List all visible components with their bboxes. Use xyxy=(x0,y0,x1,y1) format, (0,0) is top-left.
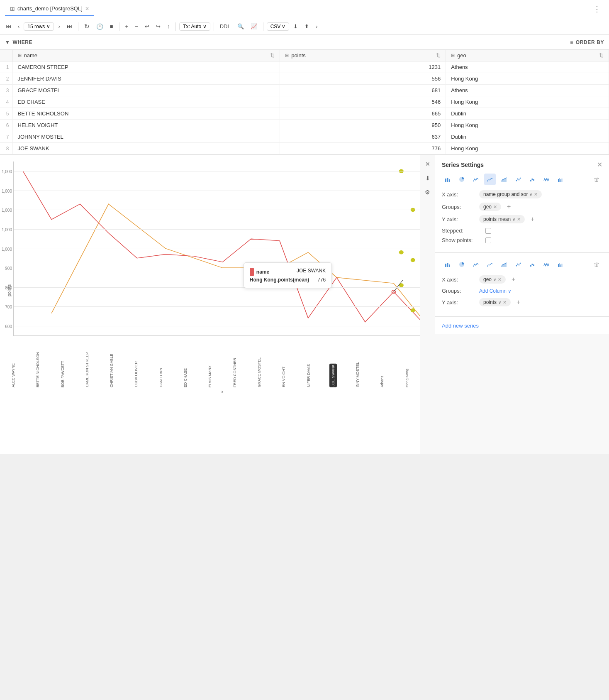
stop-button[interactable]: ■ xyxy=(107,22,116,31)
table-row[interactable]: 1 CAMERON STREEP 1231 Athens xyxy=(0,61,609,73)
series-settings-close-icon[interactable]: ✕ xyxy=(597,161,602,169)
col-header-geo[interactable]: ⊞ geo ⇅ xyxy=(446,50,609,61)
x-axis-caret-1[interactable]: ∨ xyxy=(529,192,532,197)
x-label: CHRISTIAN GABLE xyxy=(110,354,114,387)
undo-alt-button[interactable]: ↪ xyxy=(153,22,163,31)
tab-close-icon[interactable]: ✕ xyxy=(85,6,89,12)
nav-first-button[interactable]: ⏮ xyxy=(3,22,14,31)
grid-label: 600 xyxy=(5,324,12,328)
chart-type-pie-2[interactable] xyxy=(456,259,468,270)
grid-line-h: 1,000 xyxy=(14,249,431,249)
cell-geo: Hong Kong xyxy=(446,143,609,154)
x-axis-remove-2[interactable]: ✕ xyxy=(498,277,502,282)
svg-rect-20 xyxy=(533,179,534,181)
chart-type-bargroup-2[interactable] xyxy=(555,259,566,270)
series-settings-title: Series Settings xyxy=(442,162,484,168)
bottom-area: points name xyxy=(0,155,609,454)
chart-type-scatter2-2[interactable] xyxy=(526,259,538,270)
groups-add-1[interactable]: + xyxy=(507,203,511,210)
title-bar-more[interactable]: ⋮ xyxy=(590,3,604,15)
chart-type-pie[interactable] xyxy=(456,174,468,185)
y-axis-caret-2[interactable]: ∨ xyxy=(498,300,501,305)
chart-type-linecurve[interactable] xyxy=(484,174,496,185)
y-axis-tag-2[interactable]: points ∨ ✕ xyxy=(479,298,511,306)
cell-name: GRACE MOSTEL xyxy=(12,85,280,96)
panel-settings-button[interactable]: ⚙ xyxy=(422,186,434,198)
download-button[interactable]: ⬇ xyxy=(291,22,300,31)
y-axis-remove-1[interactable]: ✕ xyxy=(517,217,521,222)
export-button[interactable]: ⬆ xyxy=(302,22,312,31)
table-row[interactable]: 4 ED CHASE 546 Hong Kong xyxy=(0,96,609,108)
ddl-button[interactable]: DDL xyxy=(217,22,233,31)
chart-type-area-2[interactable] xyxy=(498,259,510,270)
chart-type-scatter2[interactable] xyxy=(526,174,538,185)
title-bar-tabs: ⊞ charts_demo [PostgreSQL] ✕ xyxy=(5,2,94,16)
table-row[interactable]: 2 JENNIFER DAVIS 556 Hong Kong xyxy=(0,73,609,85)
chart-type-bar[interactable] xyxy=(442,174,453,185)
x-label: CAMERON STREEP xyxy=(85,352,89,387)
x-axis-tag-2[interactable]: geo ∨ ✕ xyxy=(479,275,506,284)
chart-type-bargroup[interactable] xyxy=(555,174,566,185)
panel-download-button[interactable]: ⬇ xyxy=(422,172,434,184)
nav-next-button[interactable]: › xyxy=(56,22,62,31)
col-header-points[interactable]: ⊞ points ⇅ xyxy=(280,50,446,61)
add-row-button[interactable]: + xyxy=(123,22,131,31)
cell-name: HELEN VOIGHT xyxy=(12,120,280,131)
chart-button[interactable]: 📈 xyxy=(248,22,260,31)
add-column-button[interactable]: Add Column ∨ xyxy=(479,288,512,294)
stepped-checkbox[interactable] xyxy=(485,228,491,234)
groups-remove-1[interactable]: ✕ xyxy=(493,204,497,210)
y-axis-caret-1[interactable]: ∨ xyxy=(512,217,515,222)
undo-button[interactable]: ↩ xyxy=(142,22,152,31)
x-axis-tag-1[interactable]: name group and sor ∨ ✕ xyxy=(479,190,542,198)
col-header-name[interactable]: ⊞ name ⇅ xyxy=(12,50,280,61)
show-points-checkbox[interactable] xyxy=(485,237,491,243)
add-new-series-button[interactable]: Add new series xyxy=(442,323,479,329)
x-axis-add-2[interactable]: + xyxy=(512,276,515,283)
table-row[interactable]: 3 GRACE MOSTEL 681 Athens xyxy=(0,85,609,96)
chart-type-bar-2[interactable] xyxy=(442,259,453,270)
cell-points: 681 xyxy=(280,85,446,96)
x-axis-caret-2[interactable]: ∨ xyxy=(493,277,496,282)
series-settings-header: Series Settings ✕ xyxy=(442,161,602,169)
remove-row-button[interactable]: − xyxy=(132,22,141,31)
groups-tag-1[interactable]: geo ✕ xyxy=(479,203,501,211)
panel-close-button[interactable]: ✕ xyxy=(422,158,434,170)
delete-series1-button[interactable]: 🗑 xyxy=(591,174,602,185)
upload-button[interactable]: ↑ xyxy=(165,22,173,31)
stepped-label: Stepped: xyxy=(442,228,481,234)
history-button[interactable]: 🕐 xyxy=(94,22,106,32)
x-axis-remove-1[interactable]: ✕ xyxy=(534,192,538,197)
nav-last-button[interactable]: ⏭ xyxy=(64,22,75,31)
tx-button[interactable]: Tx: Auto ∨ xyxy=(179,22,210,31)
rows-selector[interactable]: 15 rows ∨ xyxy=(24,22,54,31)
chart-type-waveline[interactable] xyxy=(541,174,552,185)
svg-rect-21 xyxy=(558,179,559,182)
y-axis-add-1[interactable]: + xyxy=(531,215,534,223)
chart-type-scatter-2[interactable] xyxy=(512,259,524,270)
y-axis-add-2[interactable]: + xyxy=(516,299,520,306)
tooltip-box: name JOE SWANK Hong Kong.points(mean) 77… xyxy=(244,262,332,288)
table-row[interactable]: 7 JOHNNY MOSTEL 637 Dublin xyxy=(0,131,609,143)
refresh-button[interactable]: ↻ xyxy=(82,21,92,32)
table-row[interactable]: 5 BETTE NICHOLSON 665 Dublin xyxy=(0,108,609,120)
search-button[interactable]: 🔍 xyxy=(235,22,246,31)
svg-rect-27 xyxy=(449,264,450,267)
active-tab[interactable]: ⊞ charts_demo [PostgreSQL] ✕ xyxy=(5,2,94,16)
chart-type-waveline-2[interactable] xyxy=(541,259,552,270)
y-axis-remove-2[interactable]: ✕ xyxy=(503,300,507,305)
chart-type-area[interactable] xyxy=(498,174,510,185)
chart-type-linecurve-2[interactable] xyxy=(484,259,496,270)
chart-type-line-2[interactable] xyxy=(470,259,482,270)
nav-prev-button[interactable]: ‹ xyxy=(15,22,22,31)
table-row[interactable]: 6 HELEN VOIGHT 950 Hong Kong xyxy=(0,120,609,131)
chart-type-line[interactable] xyxy=(470,174,482,185)
cell-points: 776 xyxy=(280,143,446,154)
y-axis-tag-1[interactable]: points mean ∨ ✕ xyxy=(479,215,525,223)
delete-series2-button[interactable]: 🗑 xyxy=(591,259,602,270)
csv-button[interactable]: CSV ∨ xyxy=(267,22,290,31)
series-settings-panel: Series Settings ✕ xyxy=(435,155,609,253)
table-row[interactable]: 8 JOE SWANK 776 Hong Kong xyxy=(0,143,609,154)
chart-type-scatter[interactable] xyxy=(512,174,524,185)
more-nav-button[interactable]: › xyxy=(313,22,320,31)
